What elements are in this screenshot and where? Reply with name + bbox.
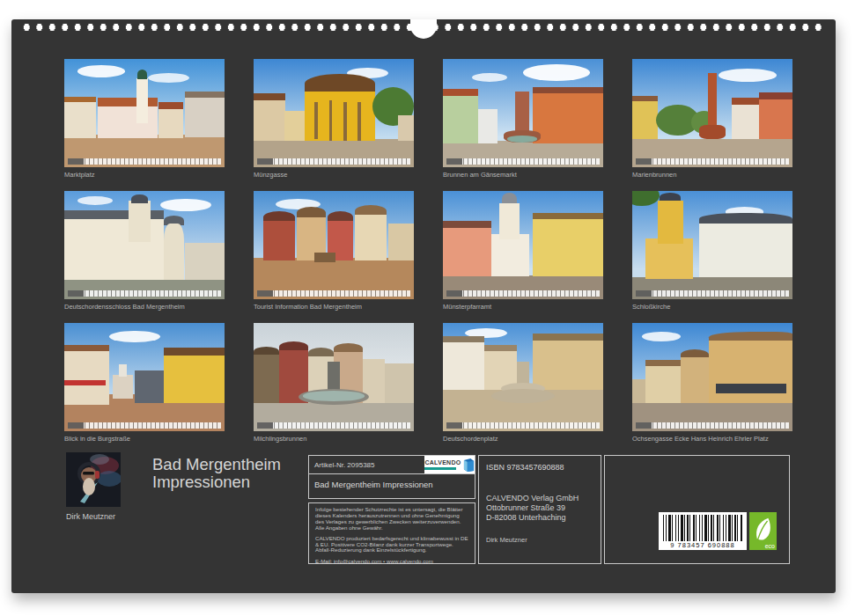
month-thumbnail: Deutschordenplatz — [443, 323, 603, 442]
product-title: Bad Mergentheim Impressionen — [309, 474, 475, 495]
month-photo — [254, 323, 414, 431]
calvendo-logo-icon — [463, 458, 475, 472]
month-thumbnail: Marienbrunnen — [632, 59, 792, 178]
month-photo — [64, 59, 225, 167]
month-photo — [254, 191, 414, 299]
month-thumbnail: Milchlingsbrunnen — [254, 323, 414, 442]
publisher-street: Ottobrunner Straße 39 — [486, 503, 593, 513]
month-thumbnail: Blick in die Burgstraße — [64, 323, 225, 442]
date-strip — [68, 290, 221, 297]
article-number: Artikel-Nr. 2095385 — [314, 461, 374, 469]
calendar-page: Marktplatz Münzgasse Brunnen am Gänsemar… — [11, 19, 836, 593]
photo-caption: Brunnen am Gänsemarkt — [443, 171, 603, 179]
legal-paragraph: Infolge bestehender Schutzrechte ist es … — [315, 507, 468, 532]
thumbnail-grid: Marktplatz Münzgasse Brunnen am Gänsemar… — [64, 59, 792, 442]
photo-caption: Münsterpfarramt — [443, 303, 603, 311]
month-thumbnail: Münzgasse — [254, 59, 414, 178]
publisher-address: CALVENDO Verlag GmbH Ottobrunner Straße … — [486, 494, 593, 523]
publisher-box: ISBN 9783457690888 CALVENDO Verlag GmbH … — [478, 455, 601, 564]
month-photo — [64, 191, 225, 299]
photo-caption: Blick in die Burgstraße — [64, 435, 225, 443]
month-thumbnail: Deutschordensschloss Bad Mergentheim — [64, 191, 225, 310]
month-photo — [443, 323, 603, 431]
legal-box: Infolge bestehender Schutzrechte ist es … — [308, 502, 475, 564]
date-strip — [446, 290, 600, 297]
publisher-city: D-82008 Unterhaching — [486, 513, 593, 523]
barcode-bars — [663, 515, 742, 541]
barcode-box: 9 783457 690888 eco — [604, 455, 790, 564]
legal-paragraph: CALVENDO produziert bedarfsgerecht und k… — [315, 536, 468, 554]
contact-line: E-Mail: info@calvendo.com • www.calvendo… — [315, 558, 468, 564]
calvendo-logo-text-wrap: CALVENDO — [424, 459, 461, 470]
barcode-digits: 9 783457 690888 — [659, 541, 747, 549]
calvendo-logo-text: CALVENDO — [424, 459, 461, 466]
month-photo — [64, 323, 225, 431]
cover-title-line1: Bad Mergentheim — [152, 456, 281, 473]
author-name: Dirk Meutzner — [66, 512, 115, 521]
date-strip — [446, 422, 600, 429]
month-thumbnail: Tourist Information Bad Mergentheim — [254, 191, 414, 310]
date-strip — [257, 422, 410, 429]
author-photo — [66, 452, 121, 507]
month-photo — [632, 191, 792, 299]
date-strip — [257, 158, 410, 165]
photo-caption: Schloßkirche — [632, 303, 792, 311]
photo-caption: Marktplatz — [64, 171, 225, 179]
article-info-box: Artikel-Nr. 2095385 CALVENDO Bad Mergent… — [308, 455, 475, 499]
publisher-author: Dirk Meutzner — [486, 536, 593, 544]
cover-title: Bad Mergentheim Impressionen — [152, 456, 281, 490]
date-strip — [68, 422, 221, 429]
month-photo — [632, 323, 792, 431]
photo-caption: Milchlingsbrunnen — [254, 435, 414, 443]
date-strip — [636, 158, 789, 165]
photo-caption: Deutschordensschloss Bad Mergentheim — [64, 303, 225, 311]
date-strip — [257, 290, 410, 297]
hanger-notch — [410, 19, 437, 39]
photo-caption: Ochsengasse Ecke Hans Heinrich Ehrler Pl… — [632, 435, 792, 443]
isbn-number: ISBN 9783457690888 — [486, 463, 593, 472]
photo-caption: Münzgasse — [254, 171, 414, 179]
month-photo — [254, 59, 414, 167]
month-photo — [443, 191, 603, 299]
photo-caption: Tourist Information Bad Mergentheim — [254, 303, 414, 311]
photo-caption: Marienbrunnen — [632, 171, 792, 179]
cover-title-line2: Impressionen — [152, 473, 281, 491]
month-photo — [632, 59, 792, 167]
photo-caption: Deutschordenplatz — [443, 435, 603, 443]
eco-label: eco — [765, 543, 775, 549]
calendar-back-cover: Marktplatz Münzgasse Brunnen am Gänsemar… — [0, 0, 855, 616]
eco-badge: eco — [749, 512, 777, 550]
month-thumbnail: Münsterpfarramt — [443, 191, 603, 310]
date-strip — [68, 158, 221, 165]
publisher-name: CALVENDO Verlag GmbH — [486, 494, 593, 503]
month-photo — [443, 59, 603, 167]
date-strip — [446, 158, 600, 165]
article-number-row: Artikel-Nr. 2095385 CALVENDO — [309, 456, 475, 474]
date-strip — [636, 422, 789, 429]
date-strip — [636, 290, 789, 297]
month-thumbnail: Ochsengasse Ecke Hans Heinrich Ehrler Pl… — [632, 323, 792, 442]
calvendo-logo: CALVENDO — [424, 456, 475, 473]
month-thumbnail: Marktplatz — [64, 59, 225, 178]
barcode: 9 783457 690888 — [659, 512, 747, 550]
calvendo-logo-tagline — [424, 467, 456, 470]
month-thumbnail: Schloßkirche — [632, 191, 792, 310]
month-thumbnail: Brunnen am Gänsemarkt — [443, 59, 603, 178]
